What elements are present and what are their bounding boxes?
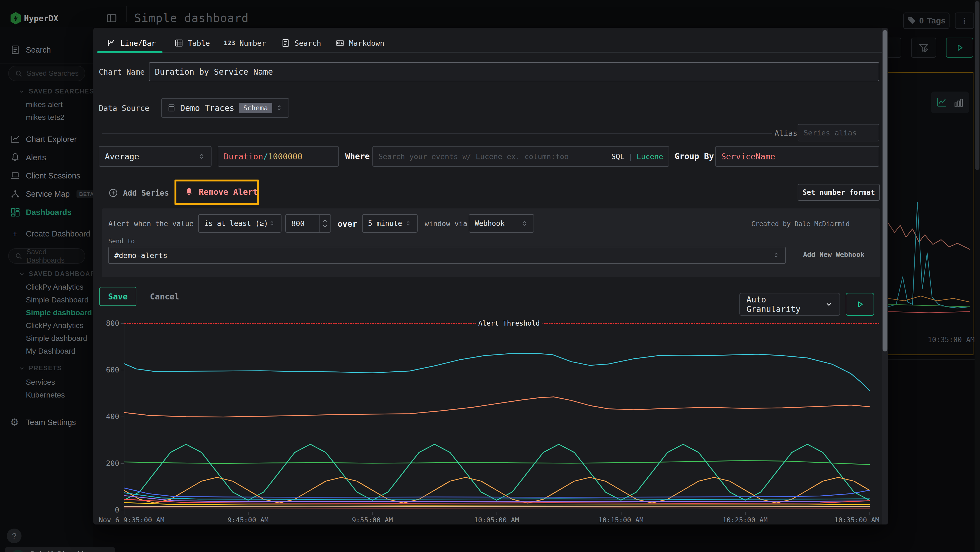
field-operator: /: [263, 152, 268, 161]
chevron-up-icon[interactable]: [322, 219, 328, 223]
chevron-down-icon[interactable]: [322, 224, 328, 228]
active-tab-underline: [97, 51, 162, 53]
add-series-button[interactable]: Add Series: [108, 188, 169, 198]
plus-circle-icon: [108, 188, 118, 198]
chart-series-frontend: [124, 353, 869, 391]
tab-number[interactable]: 123 Number: [224, 35, 266, 51]
tab-line-bar[interactable]: Line/Bar: [107, 35, 156, 51]
granularity-select[interactable]: Auto Granularity: [739, 293, 840, 316]
add-new-webhook-button[interactable]: Add New Webhook: [803, 250, 865, 258]
x-axis-tick-label: 10:25:00 AM: [722, 516, 768, 524]
over-label: over: [337, 219, 357, 228]
tab-table[interactable]: Table: [174, 35, 210, 51]
group-by-label: Group By: [675, 152, 714, 161]
hyperdx-app: HyperDX Simple dashboard 0 Tags ⋮: [0, 0, 980, 552]
created-by-label: Created by Dale McDiarmid: [751, 220, 850, 228]
send-to-value: #demo-alerts: [115, 251, 167, 260]
window-via-label: window via: [425, 220, 468, 228]
annotation-highlight-box: [175, 180, 259, 205]
chart-series-checkout: [124, 397, 869, 417]
tab-markdown[interactable]: Markdown: [336, 35, 384, 51]
group-by-input[interactable]: ServiceName: [715, 146, 879, 167]
chevron-down-icon: [825, 300, 833, 308]
tab-underline-track: [97, 52, 882, 53]
sql-toggle[interactable]: SQL: [611, 152, 624, 161]
edit-chart-modal: Line/Bar Table 123 Number Search: [0, 0, 980, 552]
aggregation-value: Average: [105, 152, 139, 161]
data-source-select[interactable]: Demo Traces Schema: [161, 98, 289, 118]
schema-badge: Schema: [239, 103, 272, 113]
search-doc-icon: [281, 38, 290, 48]
line-chart-icon: [107, 38, 116, 48]
lucene-toggle[interactable]: Lucene: [636, 152, 663, 161]
chevron-updown-icon: [269, 220, 275, 227]
alert-prefix-label: Alert when the value: [108, 220, 194, 228]
run-chart-button[interactable]: [846, 293, 874, 316]
alert-condition-select[interactable]: is at least (≥): [198, 214, 282, 233]
field-expression-input[interactable]: Duration/1000000: [218, 146, 339, 167]
chart-series-cart-service: [124, 461, 869, 465]
y-axis-tick-label: 0: [97, 506, 119, 514]
database-icon: [167, 104, 176, 112]
send-to-label: Send to: [108, 238, 135, 245]
duration-by-service-chart: [124, 313, 875, 515]
chart-name-value: Duration by Service Name: [155, 67, 273, 77]
cancel-button[interactable]: Cancel: [143, 287, 186, 306]
where-search-input[interactable]: Search your events w/ Lucene ex. column:…: [372, 146, 669, 167]
section-divider: [102, 133, 772, 134]
y-axis-tick-label: 200: [97, 459, 119, 467]
data-source-label: Data Source: [99, 104, 149, 113]
play-icon: [855, 300, 865, 309]
x-axis-tick-label: 9:45:00 AM: [228, 516, 269, 524]
alias-placeholder: Series alias: [803, 129, 857, 137]
chevron-updown-icon: [404, 220, 412, 227]
chevron-updown-icon: [773, 252, 780, 259]
group-by-value: ServiceName: [721, 152, 775, 161]
alert-threshold-input[interactable]: 800: [285, 214, 331, 233]
chart-series-quote-service: [124, 508, 869, 508]
field-value: 1000000: [268, 152, 302, 161]
alert-threshold-label: Alert Threshold: [476, 319, 542, 327]
chart-name-input[interactable]: Duration by Service Name: [149, 62, 879, 81]
x-axis-tick-label: 10:15:00 AM: [598, 516, 644, 524]
chevron-updown-icon: [198, 153, 205, 160]
alias-input[interactable]: Series alias: [798, 124, 879, 141]
data-source-value: Demo Traces: [180, 103, 234, 113]
x-axis-tick-label: Nov 6 9:35:00 AM: [99, 516, 164, 524]
chart-series-shipping-service: [124, 506, 869, 507]
field-name: Duration: [224, 152, 263, 161]
chart-series-load-generator-wave: [124, 444, 869, 501]
modal-scrollbar-thumb[interactable]: [883, 30, 888, 351]
number-123-icon: 123: [224, 40, 235, 46]
chevron-updown-icon: [521, 220, 528, 227]
alert-window-select[interactable]: 5 minute: [362, 214, 418, 233]
granularity-value: Auto Granularity: [746, 295, 825, 314]
chart-name-label: Chart Name: [99, 67, 145, 77]
set-number-format-button[interactable]: Set number format: [798, 184, 880, 201]
chart-series-ad-service: [124, 488, 869, 497]
aggregation-select[interactable]: Average: [99, 146, 212, 167]
chevron-updown-icon: [275, 104, 283, 112]
save-button[interactable]: Save: [99, 287, 136, 306]
y-axis-tick-label: 600: [97, 365, 119, 374]
x-axis-tick-label: 9:55:00 AM: [352, 516, 393, 524]
modal-scrollbar[interactable]: [882, 28, 888, 525]
x-axis-tick-label: 10:35:00 AM: [834, 516, 879, 524]
markdown-icon: [336, 38, 345, 48]
where-placeholder: Search your events w/ Lucene ex. column:…: [379, 152, 569, 161]
alert-channel-select[interactable]: Webhook: [469, 214, 534, 233]
send-to-select[interactable]: #demo-alerts: [108, 247, 786, 264]
y-axis-tick-label: 400: [97, 412, 119, 421]
table-icon: [174, 38, 183, 48]
tab-search[interactable]: Search: [281, 35, 321, 51]
alias-label: Alias: [775, 129, 797, 138]
y-axis-tick-label: 800: [97, 319, 119, 327]
x-axis-tick-label: 10:05:00 AM: [474, 516, 519, 524]
where-label: Where: [345, 152, 370, 161]
number-stepper[interactable]: [319, 215, 331, 232]
